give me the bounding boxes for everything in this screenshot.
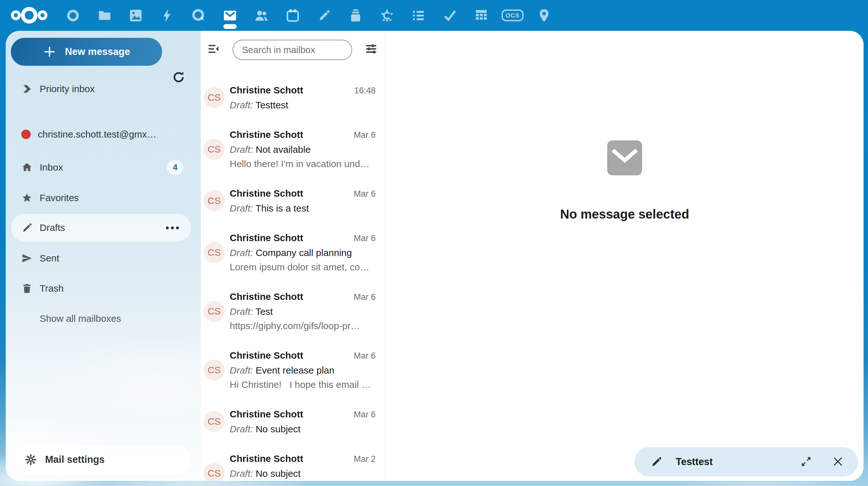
drafts-actions-menu-icon[interactable] <box>163 223 182 232</box>
message-list: CS Christine Schott 16:48 Draft: Testtes… <box>201 75 385 481</box>
message-time: Mar 6 <box>354 231 376 246</box>
sidebar-item-label: Trash <box>40 283 64 294</box>
message-row[interactable]: CS Christine Schott Mar 6 Draft: Test ht… <box>201 282 385 341</box>
sidebar-item-label: Priority inbox <box>40 84 95 94</box>
priority-inbox-icon <box>21 83 33 95</box>
sidebar-item-drafts[interactable]: Drafts <box>11 214 191 242</box>
message-list-pane: CS Christine Schott 16:48 Draft: Testtes… <box>201 31 385 481</box>
message-preview: Hi Christine! I hope this email … <box>230 377 376 392</box>
message-sender: Christine Schott <box>230 231 303 245</box>
home-icon <box>21 162 33 173</box>
message-preview: Hello there! I'm in vacation und… <box>230 156 376 171</box>
message-summary: Christine Schott Mar 6 Draft: This is a … <box>230 186 376 216</box>
message-sender: Christine Schott <box>230 289 303 304</box>
message-time: Mar 6 <box>354 290 376 304</box>
composer-draft-title: Testtest <box>676 456 798 467</box>
mail-app-icon[interactable] <box>214 0 246 31</box>
sidebar-item-favorites[interactable]: Favorites <box>11 184 191 212</box>
unread-count-badge: 4 <box>167 160 183 175</box>
message-time: Mar 2 <box>354 452 376 466</box>
message-subject: Test <box>255 306 273 317</box>
sidebar-item-label: Drafts <box>40 222 65 233</box>
message-subject: No subject <box>256 424 301 434</box>
calendar-app-icon[interactable] <box>277 0 308 31</box>
sidebar-item-label: Show all mailboxes <box>40 313 121 324</box>
message-subject: This is a test <box>255 203 309 213</box>
plus-icon <box>43 45 56 58</box>
photos-app-icon[interactable] <box>120 0 151 31</box>
sidebar-item-trash[interactable]: Trash <box>11 275 191 303</box>
message-time: Mar 6 <box>354 128 376 142</box>
deck-app-icon[interactable] <box>340 0 371 31</box>
close-composer-icon[interactable] <box>830 454 846 470</box>
sidebar-item-show-all-mailboxes[interactable]: Show all mailboxes <box>11 305 191 333</box>
draft-prefix: Draft: <box>230 248 253 258</box>
maps-app-icon[interactable] <box>528 0 560 31</box>
message-row[interactable]: CS Christine Schott Mar 6 Draft: Event r… <box>201 341 385 399</box>
tables-app-icon[interactable] <box>465 0 497 31</box>
draft-prefix: Draft: <box>230 424 253 434</box>
draft-prefix: Draft: <box>230 203 253 213</box>
ocs-app-icon[interactable]: OCS <box>497 0 528 31</box>
expand-composer-icon[interactable] <box>798 454 814 470</box>
message-content-pane: No message selected Testtest <box>386 31 864 481</box>
minimized-composer-bar[interactable]: Testtest <box>634 447 858 477</box>
message-summary: Christine Schott Mar 6 Draft: No subject <box>230 407 376 436</box>
send-icon <box>21 253 33 264</box>
collapse-sidebar-icon[interactable] <box>205 41 222 57</box>
mail-sidebar: New message Priority inbox christine.sch… <box>6 31 201 481</box>
list-app-icon[interactable] <box>403 0 434 31</box>
sidebar-item-sent[interactable]: Sent <box>11 244 191 272</box>
new-message-button[interactable]: New message <box>11 38 162 66</box>
message-row[interactable]: CS Christine Schott Mar 6 Draft: This is… <box>201 178 385 223</box>
active-app-indicator <box>223 24 237 29</box>
message-row[interactable]: CS Christine Schott 16:48 Draft: Testtes… <box>201 75 385 120</box>
search-input[interactable] <box>232 40 352 60</box>
message-subject: Event release plan <box>256 365 335 375</box>
star-icon <box>21 192 33 204</box>
sidebar-item-account[interactable]: christine.schott.test@gmx… <box>11 120 191 148</box>
activity-app-icon[interactable] <box>151 0 183 31</box>
message-row[interactable]: CS Christine Schott Mar 6 Draft: Not ava… <box>201 120 385 178</box>
message-sender: Christine Schott <box>230 348 303 363</box>
trash-icon <box>21 283 33 294</box>
message-sender: Christine Schott <box>230 186 303 200</box>
sender-avatar: CS <box>204 190 225 211</box>
sidebar-item-priority-inbox[interactable]: Priority inbox <box>11 75 191 103</box>
message-row[interactable]: CS Christine Schott Mar 6 Draft: Company… <box>201 223 385 282</box>
contacts-app-icon[interactable] <box>246 0 277 31</box>
top-bar: OCS SJ <box>0 0 868 31</box>
nextcloud-logo[interactable] <box>9 5 49 25</box>
talk-app-icon[interactable] <box>183 0 214 31</box>
new-message-label: New message <box>65 46 130 57</box>
gear-icon <box>25 454 37 466</box>
sender-avatar: CS <box>204 301 225 322</box>
pencil-icon <box>21 222 33 233</box>
spacer <box>21 313 33 324</box>
list-pane-header <box>201 31 385 75</box>
files-app-icon[interactable] <box>89 0 120 31</box>
sidebar-item-label: Favorites <box>40 193 79 203</box>
message-subject: Testtest <box>255 100 288 110</box>
draft-prefix: Draft: <box>230 100 253 110</box>
message-summary: Christine Schott Mar 2 Draft: No subject… <box>230 451 376 481</box>
mail-settings-button[interactable]: Mail settings <box>13 445 191 474</box>
envelope-icon <box>607 140 642 175</box>
circle-app-icon[interactable] <box>57 0 89 31</box>
draft-prefix: Draft: <box>230 306 253 317</box>
sidebar-item-label: Sent <box>40 253 59 264</box>
message-summary: Christine Schott Mar 6 Draft: Event rele… <box>230 348 376 392</box>
filter-icon[interactable] <box>363 41 379 57</box>
nextcloud-mail-app: OCS SJ New <box>0 0 868 486</box>
sender-avatar: CS <box>204 242 225 263</box>
message-row[interactable]: CS Christine Schott Mar 2 Draft: No subj… <box>201 444 385 481</box>
message-subject: Company call planning <box>256 248 352 258</box>
message-row[interactable]: CS Christine Schott Mar 6 Draft: No subj… <box>201 399 385 444</box>
sender-avatar: CS <box>204 463 225 481</box>
assistant-app-icon[interactable] <box>371 0 403 31</box>
message-time: Mar 6 <box>354 407 376 422</box>
sidebar-item-inbox[interactable]: Inbox 4 <box>11 153 191 181</box>
tasks-app-icon[interactable] <box>434 0 465 31</box>
notes-app-icon[interactable] <box>308 0 340 31</box>
unread-dot-icon <box>21 130 31 139</box>
